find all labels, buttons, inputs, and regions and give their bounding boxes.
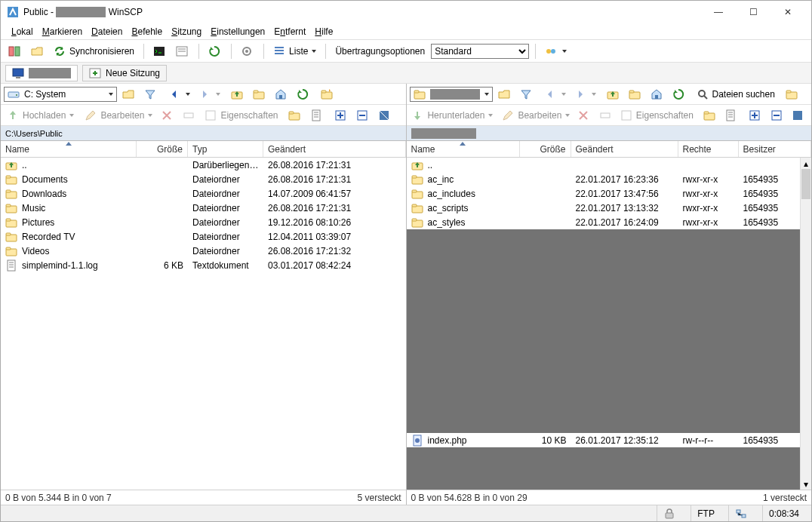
view-list-button[interactable]: Liste: [270, 43, 319, 60]
local-path: C:\Users\Public: [1, 126, 406, 141]
remote-back-button[interactable]: [541, 86, 569, 103]
local-selminus-button[interactable]: [353, 107, 373, 124]
misc-button[interactable]: [542, 43, 570, 60]
local-rename-button[interactable]: [180, 107, 199, 124]
list-item[interactable]: ..: [407, 158, 812, 172]
menu-befehle[interactable]: Befehle: [127, 25, 167, 38]
col-name[interactable]: Name: [1, 141, 137, 157]
settings-button[interactable]: [238, 43, 257, 60]
remote-home-button[interactable]: [647, 86, 667, 103]
local-newfolder-button[interactable]: [285, 107, 305, 124]
list-item[interactable]: ..Darüberliegendes ...26.08.2016 17:21:3…: [1, 158, 406, 172]
list-item[interactable]: index.php10 KB26.01.2017 12:35:12rw-r--r…: [407, 433, 801, 447]
remote-selminus-button[interactable]: [767, 107, 787, 124]
bottom-statusbar: FTP 0:08:34: [1, 505, 811, 521]
list-item[interactable]: MusicDateiordner26.08.2016 17:21:31: [1, 201, 406, 215]
col-size[interactable]: Größe: [520, 141, 571, 157]
list-item[interactable]: DownloadsDateiordner14.07.2009 06:41:57: [1, 186, 406, 201]
list-item[interactable]: PicturesDateiordner19.12.2016 08:10:26: [1, 215, 406, 229]
remote-newfile-button[interactable]: [721, 107, 741, 124]
local-delete-button[interactable]: [158, 107, 177, 124]
menu-markieren[interactable]: Markieren: [38, 25, 87, 38]
local-drive-select[interactable]: C: System: [4, 87, 117, 102]
local-newfile-button[interactable]: [307, 107, 327, 124]
col-size[interactable]: Größe: [137, 141, 188, 157]
list-item[interactable]: ac_inc22.01.2017 16:23:36rwxr-xr-x165493…: [407, 172, 812, 186]
remote-props-button[interactable]: Eigenschaften: [618, 107, 696, 124]
maximize-button[interactable]: ☐: [736, 1, 770, 23]
list-item[interactable]: ac_scripts22.01.2017 13:13:32rwxr-xr-x16…: [407, 201, 812, 215]
remote-parent-button[interactable]: [604, 86, 623, 103]
local-edit-button[interactable]: Bearbeiten: [82, 107, 155, 124]
remote-pane: x Dateien suchen Herunterladen Bearbeite…: [407, 84, 812, 505]
menu-dateien[interactable]: Dateien: [87, 25, 127, 38]
remote-selplus-button[interactable]: [746, 107, 765, 124]
menu-hilfe[interactable]: Hilfe: [310, 25, 337, 38]
remote-path: x: [407, 126, 812, 141]
local-bookmark-button[interactable]: [318, 86, 337, 103]
list-item[interactable]: Recorded TVDateiordner12.04.2011 03:39:0…: [1, 229, 406, 244]
scroll-up[interactable]: ▴: [801, 158, 811, 169]
upload-button[interactable]: Hochladen: [4, 107, 77, 124]
remote-bookmark-button[interactable]: [783, 86, 802, 103]
list-item[interactable]: ac_styles22.01.2017 16:24:09rwxr-xr-x165…: [407, 215, 812, 229]
scroll-down[interactable]: ▾: [801, 478, 811, 490]
menu-sitzung[interactable]: Sitzung: [167, 25, 206, 38]
col-rights[interactable]: Rechte: [678, 141, 739, 157]
local-filter-button[interactable]: [141, 86, 161, 103]
local-root-button[interactable]: [250, 86, 269, 103]
col-owner[interactable]: Besitzer: [739, 141, 812, 157]
remote-refresh-button[interactable]: [669, 86, 689, 103]
remote-root-button[interactable]: [626, 86, 645, 103]
list-item[interactable]: ac_includes22.01.2017 13:47:56rwxr-xr-x1…: [407, 186, 812, 201]
list-item[interactable]: DocumentsDateiordner26.08.2016 17:21:31: [1, 172, 406, 186]
menu-lokal[interactable]: Lokal: [7, 25, 38, 38]
sync-button[interactable]: Synchronisieren: [51, 43, 137, 60]
sync-browse-button[interactable]: [28, 43, 48, 60]
col-changed[interactable]: Geändert: [263, 141, 406, 157]
col-type[interactable]: Typ: [188, 141, 263, 157]
menu-einstellungen[interactable]: Einstellungen: [206, 25, 269, 38]
transfer-select[interactable]: Standard: [431, 44, 529, 59]
queue-button[interactable]: [205, 43, 225, 60]
local-file-list[interactable]: ..Darüberliegendes ...26.08.2016 17:21:3…: [1, 158, 406, 490]
remote-newfolder-button[interactable]: [700, 107, 720, 124]
local-parent-button[interactable]: [228, 86, 248, 103]
svg-rect-27: [184, 113, 193, 118]
local-open-button[interactable]: [119, 86, 139, 103]
list-item[interactable]: VideosDateiordner26.08.2016 17:21:32: [1, 244, 406, 258]
panes: C: System Hochladen Bearbeiten Eigenscha…: [1, 84, 811, 505]
list-item[interactable]: simplemind-1.1.log6 KBTextdokument03.01.…: [1, 258, 406, 272]
remote-search-button[interactable]: Dateien suchen: [694, 86, 778, 103]
local-back-button[interactable]: [165, 86, 193, 103]
col-name[interactable]: Name: [407, 141, 520, 157]
remote-forward-button[interactable]: [571, 86, 599, 103]
local-selplus-button[interactable]: [331, 107, 351, 124]
remote-delete-button[interactable]: [575, 107, 595, 124]
local-refresh-button[interactable]: [294, 86, 313, 103]
col-changed[interactable]: Geändert: [571, 141, 678, 157]
local-home-button[interactable]: [272, 86, 291, 103]
remote-edit-button[interactable]: Bearbeiten: [500, 107, 572, 124]
remote-dir-select[interactable]: x: [410, 87, 493, 102]
new-session-icon: [89, 67, 101, 79]
session-tab-active[interactable]: x: [5, 65, 78, 81]
minimize-button[interactable]: —: [701, 1, 736, 23]
local-selinv-button[interactable]: [375, 107, 395, 124]
local-props-button[interactable]: Eigenschaften: [201, 107, 281, 124]
menu-entfernt[interactable]: Entfernt: [269, 25, 310, 38]
local-forward-button[interactable]: [195, 86, 223, 103]
download-button[interactable]: Herunterladen: [410, 107, 496, 124]
compare-button[interactable]: [5, 43, 25, 60]
scroll-thumb[interactable]: [801, 169, 810, 199]
terminal-button[interactable]: [150, 43, 170, 60]
remote-selinv-button[interactable]: [789, 107, 808, 124]
remote-open-button[interactable]: [495, 86, 515, 103]
remote-file-list[interactable]: ▴ ▾ ..ac_inc22.01.2017 16:23:36rwxr-xr-x…: [407, 158, 812, 490]
new-session-tab[interactable]: Neue Sitzung: [82, 65, 167, 81]
scrollbar[interactable]: ▴ ▾: [800, 158, 811, 490]
console-button[interactable]: [173, 43, 192, 60]
remote-filter-button[interactable]: [517, 86, 537, 103]
remote-rename-button[interactable]: [596, 107, 616, 124]
close-button[interactable]: ✕: [770, 1, 805, 23]
